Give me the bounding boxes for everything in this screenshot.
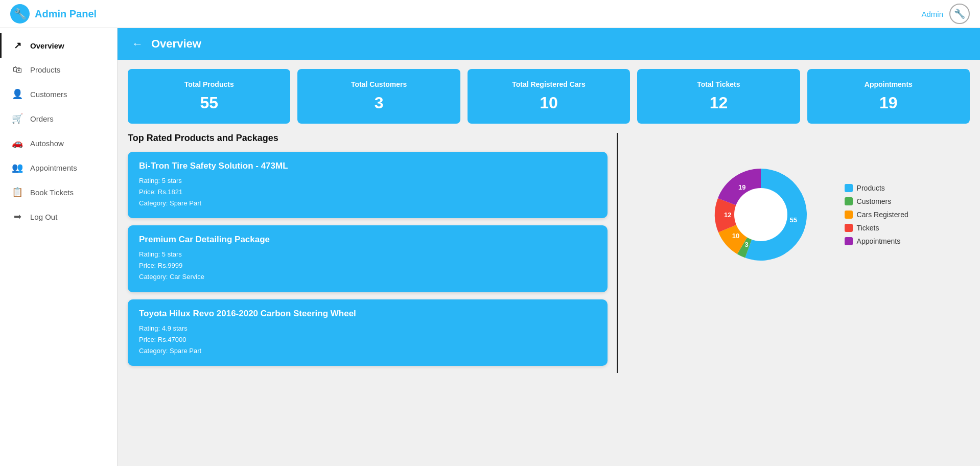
logout-icon: ➡	[12, 211, 23, 222]
svg-text:12: 12	[724, 211, 731, 219]
product-card-1: Premium Car Detailing Package Rating: 5 …	[128, 225, 608, 292]
stat-card-registered-cars: Total Registered Cars 10	[468, 69, 630, 124]
app-logo: 🔧	[10, 4, 30, 24]
legend-label-customers: Customers	[857, 197, 892, 205]
product-price-0: Price: Rs.1821	[139, 187, 596, 198]
sidebar-label-appointments: Appointments	[30, 164, 77, 172]
stat-value-tickets: 12	[645, 94, 791, 112]
products-icon: 🛍	[12, 64, 23, 75]
svg-text:19: 19	[738, 183, 745, 191]
admin-label: Admin	[921, 10, 943, 18]
svg-text:3: 3	[744, 241, 748, 248]
legend-color-appointments	[845, 237, 853, 245]
stat-card-products: Total Products 55	[128, 69, 290, 124]
customers-icon: 👤	[12, 88, 23, 100]
product-title-0: Bi-Tron Tire Safety Solution - 473ML	[139, 161, 596, 171]
product-card-0: Bi-Tron Tire Safety Solution - 473ML Rat…	[128, 152, 608, 218]
stat-label-registered-cars: Total Registered Cars	[476, 80, 622, 88]
sidebar-label-autoshow: Autoshow	[30, 139, 64, 148]
stat-label-tickets: Total Tickets	[645, 80, 791, 88]
product-price-1: Price: Rs.9999	[139, 260, 596, 271]
legend-color-products	[845, 184, 853, 192]
legend-label-cars: Cars Registered	[857, 211, 908, 219]
main-content: ← Overview Total Products 55 Total Custo…	[118, 28, 980, 466]
product-category-1: Category: Car Service	[139, 271, 596, 283]
stats-row: Total Products 55 Total Customers 3 Tota…	[118, 60, 980, 133]
app-title: Admin Panel	[35, 8, 97, 20]
sidebar-label-orders: Orders	[30, 114, 54, 123]
legend-label-tickets: Tickets	[857, 224, 879, 232]
chart-container: 553101219 Products Customers	[689, 143, 908, 286]
autoshow-icon: 🚗	[12, 137, 23, 149]
body-section: Top Rated Products and Packages Bi-Tron …	[118, 133, 980, 383]
product-card-2: Toyota Hilux Revo 2016-2020 Carbon Steer…	[128, 299, 608, 366]
sidebar-item-autoshow[interactable]: 🚗 Autoshow	[0, 131, 117, 155]
sidebar-label-overview: Overview	[30, 41, 64, 50]
topbar: 🔧 Admin Panel Admin 🔧	[0, 0, 980, 28]
svg-text:10: 10	[732, 232, 739, 240]
product-category-0: Category: Spare Part	[139, 198, 596, 209]
topbar-right: Admin 🔧	[921, 4, 970, 24]
topbar-left: 🔧 Admin Panel	[10, 4, 97, 24]
donut-hole	[734, 188, 787, 241]
appointments-icon: 👥	[12, 162, 23, 173]
stat-card-appointments: Appointments 19	[807, 69, 970, 124]
stat-label-customers: Total Customers	[306, 80, 452, 88]
stat-value-products: 55	[136, 94, 282, 112]
section-title: Top Rated Products and Packages	[128, 133, 608, 144]
legend-color-tickets	[845, 224, 853, 232]
sidebar-item-book-tickets[interactable]: 📋 Book Tickets	[0, 180, 117, 204]
sidebar-item-customers[interactable]: 👤 Customers	[0, 82, 117, 106]
product-title-2: Toyota Hilux Revo 2016-2020 Carbon Steer…	[139, 309, 596, 319]
sidebar-item-products[interactable]: 🛍 Products	[0, 58, 117, 82]
products-section: Top Rated Products and Packages Bi-Tron …	[128, 133, 608, 373]
legend-color-customers	[845, 197, 853, 205]
stat-card-tickets: Total Tickets 12	[637, 69, 800, 124]
book-tickets-icon: 📋	[12, 187, 23, 198]
page-title: Overview	[151, 37, 201, 51]
sidebar-item-logout[interactable]: ➡ Log Out	[0, 204, 117, 229]
donut-chart: 553101219	[689, 143, 832, 286]
stat-value-customers: 3	[306, 94, 452, 112]
product-rating-0: Rating: 5 stars	[139, 175, 596, 187]
legend-item-cars: Cars Registered	[845, 211, 908, 219]
legend-label-appointments: Appointments	[857, 237, 901, 245]
back-button[interactable]: ←	[132, 37, 143, 51]
vertical-divider	[617, 133, 618, 373]
stat-value-registered-cars: 10	[476, 94, 622, 112]
sidebar-item-overview[interactable]: ↗ Overview	[0, 33, 117, 58]
legend-color-cars	[845, 211, 853, 219]
product-price-2: Price: Rs.47000	[139, 334, 596, 345]
svg-text:55: 55	[789, 216, 797, 224]
sidebar-label-customers: Customers	[30, 90, 67, 99]
product-rating-2: Rating: 4.9 stars	[139, 323, 596, 334]
sidebar-item-appointments[interactable]: 👥 Appointments	[0, 155, 117, 180]
sidebar: ↗ Overview 🛍 Products 👤 Customers 🛒 Orde…	[0, 28, 118, 466]
product-rating-1: Rating: 5 stars	[139, 249, 596, 260]
sidebar-label-book-tickets: Book Tickets	[30, 188, 74, 197]
stat-label-appointments: Appointments	[815, 80, 962, 88]
legend-item-tickets: Tickets	[845, 224, 908, 232]
page-header: ← Overview	[118, 28, 980, 60]
stat-value-appointments: 19	[815, 94, 962, 112]
sidebar-item-orders[interactable]: 🛒 Orders	[0, 106, 117, 131]
product-title-1: Premium Car Detailing Package	[139, 235, 596, 245]
stat-label-products: Total Products	[136, 80, 282, 88]
legend-label-products: Products	[857, 184, 885, 192]
sidebar-label-logout: Log Out	[30, 213, 57, 221]
overview-icon: ↗	[12, 40, 23, 51]
legend-item-products: Products	[845, 184, 908, 192]
main-layout: ↗ Overview 🛍 Products 👤 Customers 🛒 Orde…	[0, 28, 980, 466]
legend-item-appointments: Appointments	[845, 237, 908, 245]
stat-card-customers: Total Customers 3	[297, 69, 460, 124]
product-category-2: Category: Spare Part	[139, 345, 596, 357]
orders-icon: 🛒	[12, 113, 23, 124]
chart-legend: Products Customers Cars Registered	[845, 184, 908, 245]
legend-item-customers: Customers	[845, 197, 908, 205]
admin-settings-button[interactable]: 🔧	[949, 4, 970, 24]
sidebar-label-products: Products	[30, 65, 60, 74]
chart-section: 553101219 Products Customers	[627, 133, 970, 373]
